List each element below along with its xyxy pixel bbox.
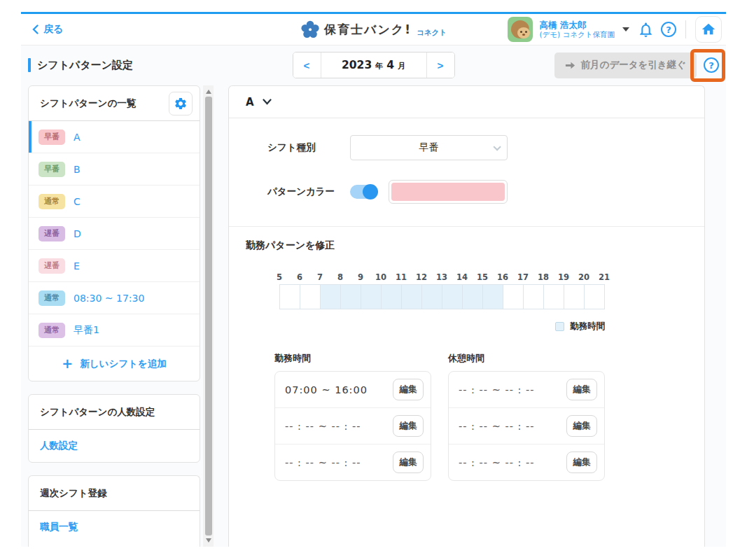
app-logo: 保育士バンク! コネクト bbox=[300, 20, 447, 39]
timeline-cell[interactable] bbox=[483, 284, 503, 309]
timeline-cell[interactable] bbox=[321, 284, 341, 309]
timeline-cell[interactable] bbox=[442, 284, 463, 309]
shift-pattern-item[interactable]: 通常早番1 bbox=[29, 314, 200, 346]
carry-over-button[interactable]: 前月のデータを引き継ぐ bbox=[554, 52, 697, 78]
arrow-right-icon bbox=[565, 60, 575, 71]
shift-pattern-item[interactable]: 早番A bbox=[29, 121, 200, 153]
shift-pattern-item[interactable]: 遅番D bbox=[29, 218, 200, 250]
shift-type-badge: 遅番 bbox=[39, 226, 65, 241]
help-icon[interactable]: ? bbox=[661, 22, 676, 37]
scroll-down-icon[interactable] bbox=[206, 538, 211, 542]
hour-label: 5 bbox=[277, 272, 282, 282]
shift-pattern-list-card: シフトパターンの一覧 早番A早番B通常C遅番D遅番E通常08:30 ~ 17:3… bbox=[28, 85, 200, 382]
shift-pattern-item[interactable]: 通常08:30 ~ 17:30 bbox=[29, 282, 200, 314]
timeline-cell[interactable] bbox=[361, 284, 382, 309]
time-range-value: -- : -- ~ -- : -- bbox=[459, 457, 534, 468]
pattern-color-swatch-fill bbox=[391, 183, 505, 201]
title-accent bbox=[28, 58, 31, 72]
break-time-card: -- : -- ~ -- : --編集-- : -- ~ -- : --編集--… bbox=[448, 371, 605, 481]
gear-icon bbox=[174, 97, 188, 111]
shift-pattern-label: E bbox=[74, 260, 80, 272]
app-window: 戻る 保育士バンク! コネクト 高橋 浩太郎 (デモ) コネクト保育園 bbox=[21, 12, 726, 547]
settings-button[interactable] bbox=[169, 92, 193, 115]
month-navigator: < 2023 年 4 月 > bbox=[293, 52, 455, 78]
time-range-value: -- : -- ~ -- : -- bbox=[459, 384, 534, 396]
timeline-cell[interactable] bbox=[382, 284, 402, 309]
pattern-color-toggle[interactable] bbox=[350, 185, 377, 199]
hour-label: 20 bbox=[578, 272, 589, 282]
sidebar: シフトパターンの一覧 早番A早番B通常C遅番D遅番E通常08:30 ~ 17:3… bbox=[28, 85, 200, 547]
app-header: 戻る 保育士バンク! コネクト 高橋 浩太郎 (デモ) コネクト保育園 bbox=[21, 14, 726, 46]
shift-type-badge: 通常 bbox=[39, 323, 65, 338]
edit-button[interactable]: 編集 bbox=[566, 415, 597, 437]
shift-type-badge: 早番 bbox=[39, 130, 65, 145]
timeline-cells[interactable] bbox=[279, 284, 605, 309]
timeline-cell[interactable] bbox=[544, 284, 564, 309]
hour-label: 19 bbox=[558, 272, 569, 282]
shift-pattern-item[interactable]: 早番B bbox=[29, 153, 200, 186]
shift-type-badge: 遅番 bbox=[39, 258, 65, 274]
edit-button[interactable]: 編集 bbox=[566, 379, 597, 400]
user-name: 高橋 浩太郎 bbox=[539, 20, 615, 31]
current-month-label: 2023 年 4 月 bbox=[321, 52, 426, 78]
time-range-row: 07:00 ~ 16:00編集 bbox=[275, 372, 431, 407]
pattern-name: A bbox=[246, 96, 254, 108]
divider bbox=[685, 20, 686, 38]
plus-icon: + bbox=[62, 357, 73, 370]
break-time-title: 休憩時間 bbox=[448, 352, 605, 365]
weekly-shift-header: 週次シフト登録 bbox=[29, 476, 200, 511]
edit-button[interactable]: 編集 bbox=[566, 451, 597, 473]
edit-button[interactable]: 編集 bbox=[393, 379, 424, 400]
work-time-title: 勤務時間 bbox=[274, 352, 431, 365]
toggle-knob bbox=[363, 184, 378, 200]
timeline-cell[interactable] bbox=[402, 284, 422, 309]
timeline-cell[interactable] bbox=[585, 284, 605, 309]
timeline-cell[interactable] bbox=[341, 284, 361, 309]
shift-type-select[interactable]: 早番 bbox=[350, 135, 508, 160]
break-time-column: 休憩時間 -- : -- ~ -- : --編集-- : -- ~ -- : -… bbox=[448, 352, 605, 481]
back-label: 戻る bbox=[43, 23, 63, 36]
staff-list-link[interactable]: 職員一覧 bbox=[29, 511, 200, 543]
add-shift-button[interactable]: + 新しいシフトを追加 bbox=[29, 346, 200, 381]
timeline-hour-labels: 56789101112131415161718192021 bbox=[279, 272, 605, 284]
sidebar-scrollbar[interactable] bbox=[203, 85, 214, 547]
shift-pattern-item[interactable]: 遅番E bbox=[29, 250, 200, 282]
avatar[interactable] bbox=[508, 17, 533, 42]
next-month-button[interactable]: > bbox=[426, 52, 454, 78]
timeline-cell[interactable] bbox=[422, 284, 442, 309]
shift-pattern-label: D bbox=[74, 228, 81, 239]
back-link[interactable]: 戻る bbox=[32, 23, 63, 36]
bell-icon[interactable] bbox=[637, 21, 655, 38]
prev-month-button[interactable]: < bbox=[293, 52, 321, 78]
shift-type-badge: 通常 bbox=[39, 290, 65, 306]
shift-list-header: シフトパターンの一覧 bbox=[29, 86, 200, 121]
timeline-cell[interactable] bbox=[503, 284, 524, 309]
headcount-link[interactable]: 人数設定 bbox=[29, 430, 200, 462]
shift-pattern-item[interactable]: 通常C bbox=[29, 186, 200, 218]
caret-down-icon[interactable] bbox=[622, 27, 629, 31]
scroll-up-icon[interactable] bbox=[206, 90, 211, 94]
timeline-cell[interactable] bbox=[524, 284, 544, 309]
work-time-column: 勤務時間 07:00 ~ 16:00編集-- : -- ~ -- : --編集-… bbox=[274, 352, 431, 481]
home-button[interactable] bbox=[695, 16, 722, 43]
timeline-cell[interactable] bbox=[300, 284, 321, 309]
scrollbar-thumb[interactable] bbox=[205, 97, 212, 536]
edit-button[interactable]: 編集 bbox=[393, 451, 424, 473]
timeline-cell[interactable] bbox=[463, 284, 483, 309]
edit-button[interactable]: 編集 bbox=[393, 415, 424, 437]
timeline-cell[interactable] bbox=[280, 284, 300, 309]
pattern-form: シフト種別 早番 パターンカラー bbox=[229, 118, 704, 226]
pattern-accordion-header[interactable]: A bbox=[229, 86, 704, 118]
worktime-legend-swatch[interactable] bbox=[555, 322, 564, 331]
timeline-cell[interactable] bbox=[564, 284, 585, 309]
user-info[interactable]: 高橋 浩太郎 (デモ) コネクト保育園 bbox=[539, 20, 615, 40]
toolbar: シフトパターン設定 < 2023 年 4 月 > 前月のデータを引き継ぐ ? bbox=[21, 52, 726, 78]
headcount-card: シフトパターンの人数設定 人数設定 bbox=[28, 394, 200, 463]
chevron-left-icon bbox=[32, 24, 39, 34]
user-org: (デモ) コネクト保育園 bbox=[539, 30, 615, 39]
logo-text: 保育士バンク! bbox=[324, 22, 412, 38]
hour-label: 10 bbox=[375, 272, 386, 282]
pattern-color-picker[interactable] bbox=[389, 180, 508, 204]
carry-help-icon[interactable]: ? bbox=[704, 57, 719, 73]
hour-label: 14 bbox=[456, 272, 468, 282]
